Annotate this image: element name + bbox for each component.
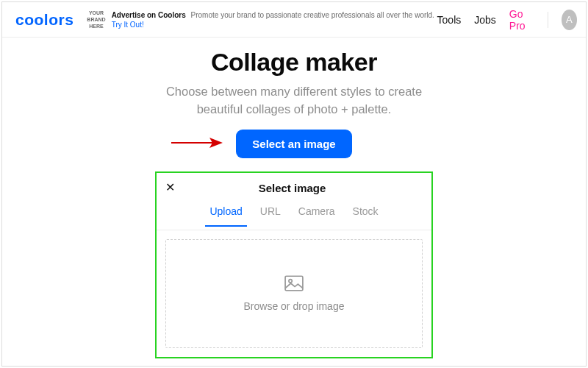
tab-url[interactable]: URL <box>259 202 282 226</box>
nav-tools[interactable]: Tools <box>437 14 462 26</box>
hero: Collage maker Choose between many differ… <box>2 38 586 158</box>
select-image-button[interactable]: Select an image <box>236 130 351 158</box>
svg-rect-2 <box>285 276 303 291</box>
ad-link[interactable]: Try It Out! <box>112 21 144 29</box>
select-image-modal: ✕ Select image Upload URL Camera Stock B… <box>155 171 433 358</box>
page-subtitle: Choose between many different styles to … <box>2 82 586 118</box>
svg-point-3 <box>289 280 292 283</box>
close-icon[interactable]: ✕ <box>165 182 175 194</box>
app-frame: coolors YOUR BRAND HERE Advertise on Coo… <box>1 1 587 367</box>
tab-camera[interactable]: Camera <box>297 202 337 226</box>
dropzone-label: Browse or drop image <box>244 300 345 312</box>
top-header: coolors YOUR BRAND HERE Advertise on Coo… <box>2 2 586 38</box>
logo[interactable]: coolors <box>15 11 74 29</box>
image-icon <box>284 275 304 291</box>
page-title: Collage maker <box>2 48 586 77</box>
modal-title: Select image <box>175 182 423 194</box>
dropzone-container: Browse or drop image <box>157 230 431 357</box>
nav-jobs[interactable]: Jobs <box>474 14 496 26</box>
annotation-arrow-icon <box>170 135 223 150</box>
tab-stock[interactable]: Stock <box>351 202 380 226</box>
header-ad[interactable]: YOUR BRAND HERE Advertise on Coolors Pro… <box>87 10 437 29</box>
ad-text: Advertise on Coolors Promote your brand … <box>112 10 437 29</box>
ad-badge: YOUR BRAND HERE <box>87 10 105 29</box>
modal-header: ✕ Select image <box>157 173 431 202</box>
nav-go-pro[interactable]: Go Pro <box>509 8 534 32</box>
modal-tabs: Upload URL Camera Stock <box>157 202 431 230</box>
nav-divider <box>548 12 548 28</box>
cta-row: Select an image <box>2 130 586 158</box>
top-nav: Tools Jobs Go Pro A <box>437 8 577 32</box>
avatar[interactable]: A <box>562 10 577 30</box>
tab-upload[interactable]: Upload <box>208 202 243 226</box>
upload-dropzone[interactable]: Browse or drop image <box>165 239 423 348</box>
